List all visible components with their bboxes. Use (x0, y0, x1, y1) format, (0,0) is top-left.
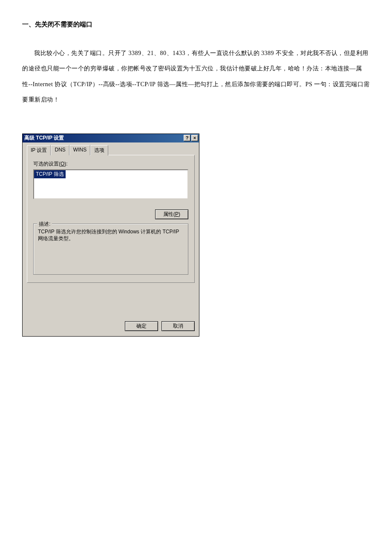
ok-button[interactable]: 确定 (125, 321, 158, 331)
tab-dns[interactable]: DNS (51, 145, 69, 155)
section-paragraph: 我比较小心，先关了端口。只开了 3389、21、80、1433，有些人一直说什么… (22, 46, 370, 108)
cancel-button[interactable]: 取消 (161, 321, 195, 331)
properties-btn-accel: P (175, 211, 179, 217)
help-button[interactable]: ? (184, 135, 190, 141)
dialog-footer: 确定 取消 (23, 317, 199, 336)
tcpip-advanced-dialog: 高级 TCP/IP 设置 ? × IP 设置 DNS WINS 选项 可选的设置… (22, 134, 199, 337)
properties-button[interactable]: 属性(P) (155, 209, 188, 219)
tab-page-options: 可选的设置(O): TCP/IP 筛选 属性(P) 描述: TCP/IP 筛选允… (27, 155, 195, 283)
properties-btn-pre: 属性( (163, 211, 175, 218)
tab-strip: IP 设置 DNS WINS 选项 (27, 145, 195, 155)
optional-label-accel: O (61, 161, 64, 167)
list-item-tcpip-filter[interactable]: TCP/IP 筛选 (34, 170, 66, 178)
tab-wins[interactable]: WINS (69, 145, 90, 155)
optional-settings-label: 可选的设置(O): (33, 160, 188, 168)
titlebar: 高级 TCP/IP 设置 ? × (23, 134, 199, 142)
properties-btn-post: ) (179, 211, 180, 217)
tab-options[interactable]: 选项 (90, 145, 108, 156)
optional-label-post: ): (64, 161, 67, 167)
description-text: TCP/IP 筛选允许您控制连接到您的 Windows 计算机的 TCP/IP … (38, 228, 184, 243)
close-button[interactable]: × (191, 135, 198, 141)
optional-settings-listbox[interactable]: TCP/IP 筛选 (33, 169, 188, 199)
dialog-title: 高级 TCP/IP 设置 (24, 134, 64, 142)
description-legend: 描述: (37, 221, 52, 228)
description-groupbox: 描述: TCP/IP 筛选允许您控制连接到您的 Windows 计算机的 TCP… (33, 224, 188, 275)
tab-ip-settings[interactable]: IP 设置 (27, 145, 51, 155)
section-heading: 一、先关闭不需要的端口 (22, 20, 370, 29)
optional-label-pre: 可选的设置( (33, 161, 61, 167)
